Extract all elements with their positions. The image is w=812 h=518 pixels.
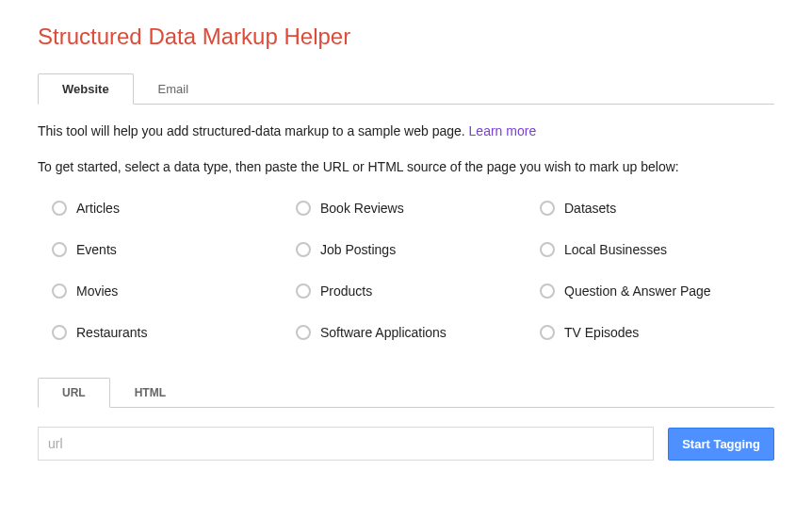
page-title: Structured Data Markup Helper xyxy=(38,24,774,50)
radio-label: Products xyxy=(320,283,372,299)
intro-text-body: This tool will help you add structured-d… xyxy=(38,123,469,138)
radio-book-reviews[interactable]: Book Reviews xyxy=(296,201,530,216)
radio-icon xyxy=(540,283,555,299)
radio-label: TV Episodes xyxy=(564,325,639,340)
radio-label: Events xyxy=(76,242,117,257)
radio-movies[interactable]: Movies xyxy=(52,283,286,299)
radio-qa-page[interactable]: Question & Answer Page xyxy=(540,283,774,299)
radio-local-businesses[interactable]: Local Businesses xyxy=(540,242,774,257)
intro-text: This tool will help you add structured-d… xyxy=(38,123,774,138)
radio-icon xyxy=(540,325,555,340)
radio-icon xyxy=(540,242,555,257)
radio-software-applications[interactable]: Software Applications xyxy=(296,325,530,340)
radio-label: Local Businesses xyxy=(564,242,667,257)
radio-products[interactable]: Products xyxy=(296,283,530,299)
input-type-tabs: URL HTML xyxy=(38,378,774,408)
radio-label: Movies xyxy=(76,283,118,299)
content-area: This tool will help you add structured-d… xyxy=(38,105,774,461)
radio-events[interactable]: Events xyxy=(52,242,286,257)
radio-label: Question & Answer Page xyxy=(564,283,711,299)
data-type-grid: Articles Book Reviews Datasets Events Jo… xyxy=(38,201,774,340)
radio-restaurants[interactable]: Restaurants xyxy=(52,325,286,340)
input-tab-html[interactable]: HTML xyxy=(110,378,190,407)
radio-tv-episodes[interactable]: TV Episodes xyxy=(540,325,774,340)
radio-icon xyxy=(296,201,311,216)
url-input[interactable] xyxy=(38,427,654,461)
radio-icon xyxy=(52,325,67,340)
input-row: Start Tagging xyxy=(38,427,774,461)
radio-icon xyxy=(52,242,67,257)
input-tab-url[interactable]: URL xyxy=(38,378,110,408)
content-type-tabs: Website Email xyxy=(38,73,774,105)
tab-email[interactable]: Email xyxy=(134,73,214,104)
radio-icon xyxy=(52,283,67,299)
radio-job-postings[interactable]: Job Postings xyxy=(296,242,530,257)
radio-icon xyxy=(296,325,311,340)
radio-icon xyxy=(296,283,311,299)
radio-label: Restaurants xyxy=(76,325,147,340)
radio-label: Software Applications xyxy=(320,325,447,340)
radio-label: Datasets xyxy=(564,201,616,216)
radio-datasets[interactable]: Datasets xyxy=(540,201,774,216)
start-tagging-button[interactable]: Start Tagging xyxy=(668,428,774,461)
radio-icon xyxy=(296,242,311,257)
get-started-text: To get started, select a data type, then… xyxy=(38,159,774,174)
learn-more-link[interactable]: Learn more xyxy=(469,123,537,138)
radio-label: Articles xyxy=(76,201,120,216)
radio-label: Book Reviews xyxy=(320,201,404,216)
radio-label: Job Postings xyxy=(320,242,396,257)
radio-icon xyxy=(52,201,67,216)
tab-website[interactable]: Website xyxy=(38,73,134,105)
radio-icon xyxy=(540,201,555,216)
radio-articles[interactable]: Articles xyxy=(52,201,286,216)
